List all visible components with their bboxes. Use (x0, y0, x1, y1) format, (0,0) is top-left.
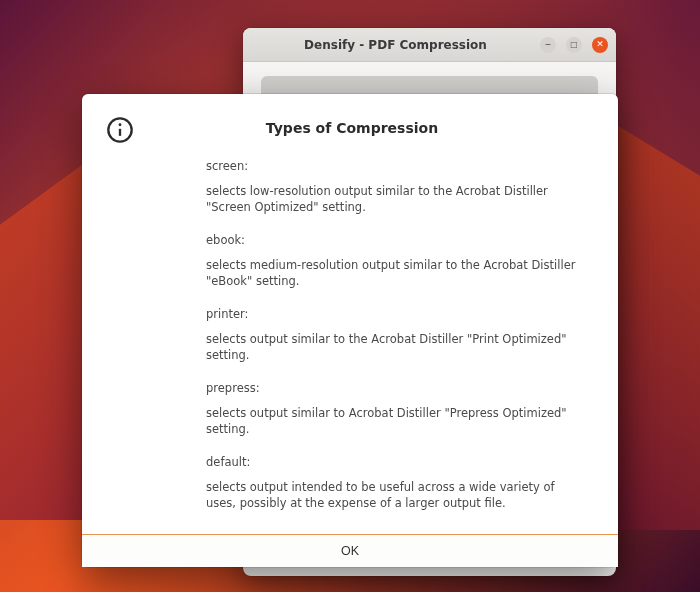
entry-desc: selects output intended to be useful acr… (206, 479, 586, 512)
dialog-footer: OK (82, 534, 618, 567)
dialog-title: Types of Compression (150, 120, 594, 136)
entry-desc: selects low-resolution output similar to… (206, 183, 586, 216)
compression-type-entry: prepress: selects output similar to Acro… (206, 380, 590, 438)
compression-type-entry: ebook: selects medium-resolution output … (206, 232, 590, 290)
minimize-icon[interactable] (540, 37, 556, 53)
entry-key: prepress: (206, 380, 590, 397)
svg-point-2 (119, 123, 122, 126)
dialog-header: Types of Compression (82, 94, 618, 144)
compression-type-entry: screen: selects low-resolution output si… (206, 158, 590, 216)
window-controls (540, 37, 608, 53)
entry-desc: selects medium-resolution output similar… (206, 257, 586, 290)
titlebar[interactable]: Densify - PDF Compression (243, 28, 616, 62)
desktop-wallpaper: Densify - PDF Compression Ready Compress… (0, 0, 700, 592)
info-icon (106, 116, 134, 144)
entry-desc: selects output similar to the Acrobat Di… (206, 331, 586, 364)
ok-button[interactable]: OK (82, 535, 618, 567)
compression-type-entry: printer: selects output similar to the A… (206, 306, 590, 364)
ok-button-label: OK (341, 544, 359, 558)
entry-desc: selects output similar to Acrobat Distil… (206, 405, 586, 438)
entry-key: printer: (206, 306, 590, 323)
window-title: Densify - PDF Compression (251, 38, 540, 52)
dialog-body: screen: selects low-resolution output si… (82, 144, 618, 534)
entry-key: screen: (206, 158, 590, 175)
entry-key: ebook: (206, 232, 590, 249)
entry-key: default: (206, 454, 590, 471)
compression-type-entry: default: selects output intended to be u… (206, 454, 590, 512)
maximize-icon[interactable] (566, 37, 582, 53)
info-dialog: Types of Compression screen: selects low… (82, 94, 618, 567)
close-icon[interactable] (592, 37, 608, 53)
